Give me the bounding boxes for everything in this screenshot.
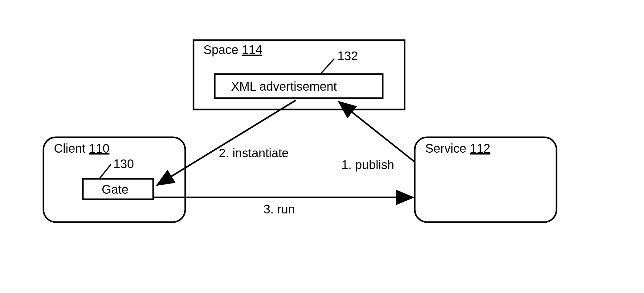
arrow-run-label: 3. run (263, 202, 295, 216)
service-label: Service (425, 142, 466, 155)
gate-ref: 130 (113, 157, 134, 171)
client-box: Client 110 Gate 130 (43, 137, 185, 222)
space-label: Space (203, 43, 238, 56)
client-ref: 110 (89, 142, 109, 155)
arrow-publish-label: 1. publish (341, 158, 394, 171)
gate-label: Gate (102, 183, 128, 196)
space-ref: 114 (242, 43, 263, 56)
arrow-run: 3. run (154, 197, 413, 216)
space-box: Space 114 XML advertisement 132 (194, 40, 405, 109)
advert-leader-line (320, 59, 334, 74)
svg-line-7 (339, 102, 415, 162)
svg-text:Service
       
      112: Service 112 (425, 142, 490, 155)
gate-leader-line (99, 164, 111, 179)
service-box: Service 112 (415, 137, 556, 222)
arrow-publish: 1. publish (339, 102, 415, 171)
svg-line-8 (157, 100, 296, 185)
diagram-container: Space 114 XML advertisement 132 Client 1… (0, 0, 644, 293)
svg-text:Client
       
      110: Client 110 (54, 142, 109, 155)
arrow-instantiate: 2. instantiate (157, 100, 296, 185)
advert-ref: 132 (337, 49, 358, 63)
svg-text:Space
       
      114: Space 114 (203, 43, 262, 56)
xml-advertisement-label: XML advertisement (231, 80, 337, 93)
service-ref: 112 (470, 142, 491, 155)
client-label: Client (54, 142, 85, 155)
arrow-instantiate-label: 2. instantiate (219, 146, 289, 160)
